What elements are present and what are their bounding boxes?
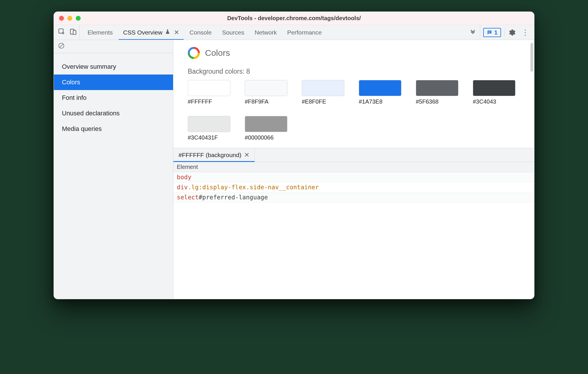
color-swatch[interactable]: #5F6368	[416, 80, 458, 105]
inspect-icon[interactable]	[58, 28, 65, 37]
scrollbar-thumb[interactable]	[530, 43, 533, 72]
tab-css-overview[interactable]: CSS Overview✕	[118, 25, 185, 40]
issues-count: 1	[494, 29, 498, 36]
color-chip	[302, 80, 344, 96]
window-controls	[54, 16, 81, 21]
color-chip	[188, 116, 230, 132]
color-hex-label: #5F6368	[416, 98, 458, 105]
color-chip	[188, 80, 230, 96]
more-options-button[interactable]: ⋮	[519, 31, 531, 34]
color-hex-label: #1A73E8	[359, 98, 401, 105]
sidebar-item-overview-summary[interactable]: Overview summary	[54, 59, 173, 75]
tab-label: CSS Overview	[123, 29, 163, 36]
details-tab[interactable]: #FFFFFF (background) ✕	[173, 148, 255, 162]
devtools-window: DevTools - developer.chrome.com/tags/dev…	[54, 12, 534, 299]
window-title: DevTools - developer.chrome.com/tags/dev…	[54, 15, 534, 22]
color-swatch[interactable]: #3C4043	[473, 80, 515, 105]
element-row[interactable]: body	[173, 172, 534, 182]
section-title: Colors	[205, 48, 230, 58]
device-toggle-icon[interactable]	[69, 28, 77, 37]
color-hex-label: #FFFFFF	[188, 98, 230, 105]
flask-icon	[165, 29, 170, 36]
color-hex-label: #00000066	[245, 134, 287, 141]
color-chip	[359, 80, 401, 96]
main-panel: Colors Background colors: 8 #FFFFFF#F8F9…	[173, 40, 534, 299]
maximize-window-button[interactable]	[76, 16, 81, 21]
settings-button[interactable]	[508, 29, 516, 36]
more-tabs-button[interactable]	[466, 25, 480, 40]
tab-label: Performance	[287, 29, 322, 36]
css-overview-sidebar: Overview summaryColorsFont infoUnused de…	[54, 40, 173, 299]
color-swatch[interactable]: #FFFFFF	[188, 80, 230, 105]
issues-button[interactable]: 1	[483, 28, 501, 37]
color-hex-label: #3C4043	[473, 98, 515, 105]
tab-elements[interactable]: Elements	[82, 25, 118, 40]
element-row[interactable]: select#preferred-language	[173, 192, 534, 203]
gear-icon	[508, 29, 516, 36]
close-icon[interactable]: ✕	[244, 151, 249, 159]
color-details-panel: #FFFFFF (background) ✕ Element bodydiv.l…	[173, 148, 534, 299]
color-chip	[416, 80, 458, 96]
tab-sources[interactable]: Sources	[217, 25, 249, 40]
color-swatch[interactable]: #3C40431F	[188, 116, 230, 141]
color-hex-label: #3C40431F	[188, 134, 230, 141]
minimize-window-button[interactable]	[67, 16, 72, 21]
sidebar-item-font-info[interactable]: Font info	[54, 90, 173, 106]
tab-label: Sources	[222, 29, 244, 36]
details-tab-label: #FFFFFF (background)	[179, 152, 241, 159]
titlebar: DevTools - developer.chrome.com/tags/dev…	[54, 12, 534, 25]
tab-label: Network	[255, 29, 277, 36]
color-swatch[interactable]: #00000066	[245, 116, 287, 141]
color-swatch[interactable]: #1A73E8	[359, 80, 401, 105]
sidebar-item-colors[interactable]: Colors	[54, 75, 173, 90]
tab-console[interactable]: Console	[184, 25, 217, 40]
close-icon[interactable]: ✕	[173, 29, 179, 36]
clear-overview-button[interactable]	[58, 42, 65, 51]
svg-line-6	[60, 44, 63, 47]
color-chip	[473, 80, 515, 96]
sidebar-item-unused-declarations[interactable]: Unused declarations	[54, 106, 173, 121]
tab-label: Console	[189, 29, 212, 36]
tab-performance[interactable]: Performance	[282, 25, 327, 40]
color-hex-label: #F8F9FA	[245, 98, 287, 105]
devtools-tabbar: ElementsCSS Overview✕ConsoleSourcesNetwo…	[54, 25, 534, 40]
svg-rect-2	[73, 30, 76, 35]
color-chip	[245, 116, 287, 132]
clear-icon	[58, 42, 65, 49]
color-swatch[interactable]: #F8F9FA	[245, 80, 287, 105]
element-row[interactable]: div.lg:display-flex.side-nav__container	[173, 182, 534, 192]
details-column-header: Element	[173, 162, 534, 172]
color-chip	[245, 80, 287, 96]
tab-label: Elements	[88, 29, 113, 36]
svg-rect-3	[488, 31, 491, 32]
svg-rect-4	[488, 32, 490, 33]
colors-subhead: Background colors: 8	[188, 68, 520, 75]
close-window-button[interactable]	[59, 16, 64, 21]
sidebar-item-media-queries[interactable]: Media queries	[54, 121, 173, 137]
color-swatch[interactable]: #E8F0FE	[302, 80, 344, 105]
colors-ring-icon	[188, 47, 200, 59]
tab-network[interactable]: Network	[249, 25, 282, 40]
color-hex-label: #E8F0FE	[302, 98, 344, 105]
chat-icon	[487, 30, 492, 35]
